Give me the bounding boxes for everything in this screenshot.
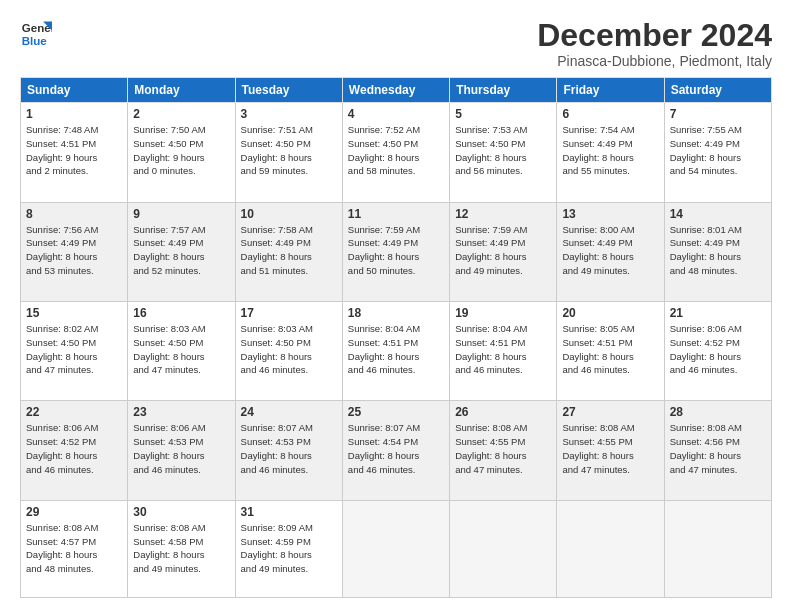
calendar-page: General Blue December 2024 Pinasca-Dubbi…	[0, 0, 792, 612]
day-number: 5	[455, 107, 551, 121]
table-row: 29Sunrise: 8:08 AMSunset: 4:57 PMDayligh…	[21, 500, 128, 597]
day-info: Sunrise: 7:52 AMSunset: 4:50 PMDaylight:…	[348, 123, 444, 178]
day-info: Sunrise: 8:08 AMSunset: 4:57 PMDaylight:…	[26, 521, 122, 576]
col-saturday: Saturday	[664, 78, 771, 103]
day-info: Sunrise: 8:06 AMSunset: 4:52 PMDaylight:…	[26, 421, 122, 476]
table-row: 23Sunrise: 8:06 AMSunset: 4:53 PMDayligh…	[128, 401, 235, 500]
col-tuesday: Tuesday	[235, 78, 342, 103]
day-info: Sunrise: 7:58 AMSunset: 4:49 PMDaylight:…	[241, 223, 337, 278]
day-number: 28	[670, 405, 766, 419]
day-info: Sunrise: 8:02 AMSunset: 4:50 PMDaylight:…	[26, 322, 122, 377]
day-number: 9	[133, 207, 229, 221]
table-row: 8Sunrise: 7:56 AMSunset: 4:49 PMDaylight…	[21, 202, 128, 301]
day-info: Sunrise: 8:08 AMSunset: 4:58 PMDaylight:…	[133, 521, 229, 576]
day-info: Sunrise: 7:56 AMSunset: 4:49 PMDaylight:…	[26, 223, 122, 278]
day-info: Sunrise: 7:55 AMSunset: 4:49 PMDaylight:…	[670, 123, 766, 178]
day-number: 17	[241, 306, 337, 320]
day-number: 3	[241, 107, 337, 121]
table-row: 3Sunrise: 7:51 AMSunset: 4:50 PMDaylight…	[235, 103, 342, 202]
day-number: 26	[455, 405, 551, 419]
day-number: 23	[133, 405, 229, 419]
col-wednesday: Wednesday	[342, 78, 449, 103]
table-row: 13Sunrise: 8:00 AMSunset: 4:49 PMDayligh…	[557, 202, 664, 301]
day-number: 12	[455, 207, 551, 221]
day-number: 31	[241, 505, 337, 519]
col-thursday: Thursday	[450, 78, 557, 103]
day-number: 27	[562, 405, 658, 419]
day-number: 30	[133, 505, 229, 519]
table-row: 28Sunrise: 8:08 AMSunset: 4:56 PMDayligh…	[664, 401, 771, 500]
day-number: 8	[26, 207, 122, 221]
day-number: 1	[26, 107, 122, 121]
month-title: December 2024	[537, 18, 772, 53]
table-row: 30Sunrise: 8:08 AMSunset: 4:58 PMDayligh…	[128, 500, 235, 597]
col-sunday: Sunday	[21, 78, 128, 103]
table-row: 20Sunrise: 8:05 AMSunset: 4:51 PMDayligh…	[557, 302, 664, 401]
table-row	[664, 500, 771, 597]
header: General Blue December 2024 Pinasca-Dubbi…	[20, 18, 772, 69]
calendar-header-row: Sunday Monday Tuesday Wednesday Thursday…	[21, 78, 772, 103]
table-row: 31Sunrise: 8:09 AMSunset: 4:59 PMDayligh…	[235, 500, 342, 597]
day-info: Sunrise: 7:48 AMSunset: 4:51 PMDaylight:…	[26, 123, 122, 178]
day-info: Sunrise: 8:01 AMSunset: 4:49 PMDaylight:…	[670, 223, 766, 278]
day-number: 29	[26, 505, 122, 519]
day-number: 22	[26, 405, 122, 419]
day-info: Sunrise: 8:06 AMSunset: 4:52 PMDaylight:…	[670, 322, 766, 377]
day-info: Sunrise: 7:53 AMSunset: 4:50 PMDaylight:…	[455, 123, 551, 178]
svg-text:Blue: Blue	[22, 35, 48, 47]
calendar-week-row: 22Sunrise: 8:06 AMSunset: 4:52 PMDayligh…	[21, 401, 772, 500]
day-number: 4	[348, 107, 444, 121]
title-block: December 2024 Pinasca-Dubbione, Piedmont…	[537, 18, 772, 69]
table-row: 16Sunrise: 8:03 AMSunset: 4:50 PMDayligh…	[128, 302, 235, 401]
col-friday: Friday	[557, 78, 664, 103]
table-row: 26Sunrise: 8:08 AMSunset: 4:55 PMDayligh…	[450, 401, 557, 500]
table-row: 25Sunrise: 8:07 AMSunset: 4:54 PMDayligh…	[342, 401, 449, 500]
table-row: 2Sunrise: 7:50 AMSunset: 4:50 PMDaylight…	[128, 103, 235, 202]
table-row: 24Sunrise: 8:07 AMSunset: 4:53 PMDayligh…	[235, 401, 342, 500]
day-number: 20	[562, 306, 658, 320]
day-number: 24	[241, 405, 337, 419]
table-row: 10Sunrise: 7:58 AMSunset: 4:49 PMDayligh…	[235, 202, 342, 301]
day-number: 11	[348, 207, 444, 221]
day-info: Sunrise: 7:59 AMSunset: 4:49 PMDaylight:…	[348, 223, 444, 278]
table-row: 4Sunrise: 7:52 AMSunset: 4:50 PMDaylight…	[342, 103, 449, 202]
calendar-week-row: 1Sunrise: 7:48 AMSunset: 4:51 PMDaylight…	[21, 103, 772, 202]
table-row: 7Sunrise: 7:55 AMSunset: 4:49 PMDaylight…	[664, 103, 771, 202]
logo-icon: General Blue	[20, 18, 52, 50]
table-row: 11Sunrise: 7:59 AMSunset: 4:49 PMDayligh…	[342, 202, 449, 301]
table-row: 27Sunrise: 8:08 AMSunset: 4:55 PMDayligh…	[557, 401, 664, 500]
logo: General Blue	[20, 18, 52, 50]
table-row: 14Sunrise: 8:01 AMSunset: 4:49 PMDayligh…	[664, 202, 771, 301]
day-info: Sunrise: 8:06 AMSunset: 4:53 PMDaylight:…	[133, 421, 229, 476]
day-number: 19	[455, 306, 551, 320]
day-number: 2	[133, 107, 229, 121]
day-number: 14	[670, 207, 766, 221]
day-info: Sunrise: 8:07 AMSunset: 4:53 PMDaylight:…	[241, 421, 337, 476]
day-info: Sunrise: 7:57 AMSunset: 4:49 PMDaylight:…	[133, 223, 229, 278]
day-number: 13	[562, 207, 658, 221]
calendar-table: Sunday Monday Tuesday Wednesday Thursday…	[20, 77, 772, 598]
table-row: 6Sunrise: 7:54 AMSunset: 4:49 PMDaylight…	[557, 103, 664, 202]
day-number: 6	[562, 107, 658, 121]
day-info: Sunrise: 8:00 AMSunset: 4:49 PMDaylight:…	[562, 223, 658, 278]
day-number: 7	[670, 107, 766, 121]
calendar-week-row: 15Sunrise: 8:02 AMSunset: 4:50 PMDayligh…	[21, 302, 772, 401]
day-info: Sunrise: 8:03 AMSunset: 4:50 PMDaylight:…	[133, 322, 229, 377]
day-number: 10	[241, 207, 337, 221]
day-number: 25	[348, 405, 444, 419]
day-info: Sunrise: 8:08 AMSunset: 4:55 PMDaylight:…	[562, 421, 658, 476]
day-info: Sunrise: 8:09 AMSunset: 4:59 PMDaylight:…	[241, 521, 337, 576]
table-row: 9Sunrise: 7:57 AMSunset: 4:49 PMDaylight…	[128, 202, 235, 301]
table-row: 12Sunrise: 7:59 AMSunset: 4:49 PMDayligh…	[450, 202, 557, 301]
table-row	[342, 500, 449, 597]
day-info: Sunrise: 8:08 AMSunset: 4:55 PMDaylight:…	[455, 421, 551, 476]
table-row: 5Sunrise: 7:53 AMSunset: 4:50 PMDaylight…	[450, 103, 557, 202]
table-row: 18Sunrise: 8:04 AMSunset: 4:51 PMDayligh…	[342, 302, 449, 401]
col-monday: Monday	[128, 78, 235, 103]
table-row	[450, 500, 557, 597]
day-info: Sunrise: 8:03 AMSunset: 4:50 PMDaylight:…	[241, 322, 337, 377]
day-info: Sunrise: 8:08 AMSunset: 4:56 PMDaylight:…	[670, 421, 766, 476]
table-row: 22Sunrise: 8:06 AMSunset: 4:52 PMDayligh…	[21, 401, 128, 500]
location-subtitle: Pinasca-Dubbione, Piedmont, Italy	[537, 53, 772, 69]
table-row: 1Sunrise: 7:48 AMSunset: 4:51 PMDaylight…	[21, 103, 128, 202]
